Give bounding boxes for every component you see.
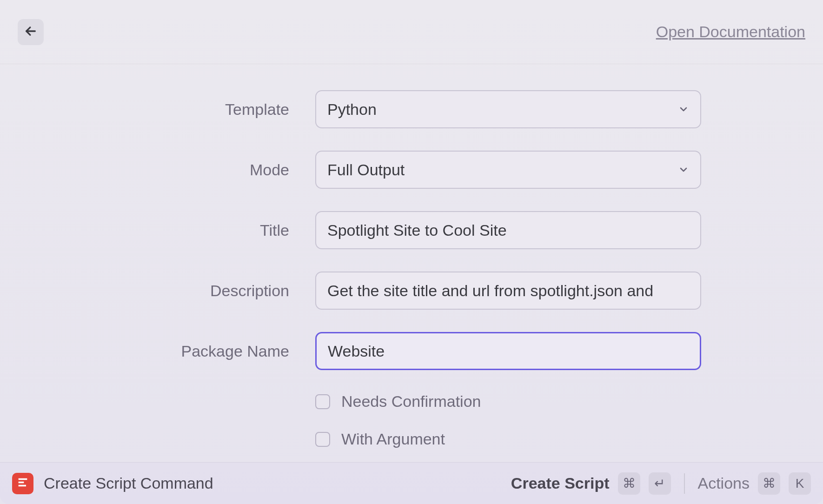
with-argument-checkbox[interactable] bbox=[315, 432, 330, 447]
template-value: Python bbox=[327, 100, 377, 119]
form: Template Python Mode Full Output Title D… bbox=[0, 64, 823, 448]
description-row: Description bbox=[122, 272, 701, 310]
checkbox-section: Needs Confirmation With Argument bbox=[122, 392, 701, 448]
description-input[interactable] bbox=[327, 272, 689, 309]
footer-title: Create Script Command bbox=[44, 474, 213, 492]
mode-select[interactable]: Full Output bbox=[315, 151, 701, 189]
footer-right: Create Script ⌘ ↵ Actions ⌘ K bbox=[511, 472, 811, 495]
header: Open Documentation bbox=[0, 0, 823, 64]
arrow-left-icon bbox=[24, 25, 37, 40]
package-name-input[interactable] bbox=[328, 333, 689, 369]
package-name-input-wrapper bbox=[315, 332, 701, 370]
template-row: Template Python bbox=[122, 90, 701, 128]
mode-value: Full Output bbox=[327, 161, 405, 179]
with-argument-row: With Argument bbox=[315, 430, 701, 448]
create-script-button[interactable]: Create Script bbox=[511, 474, 610, 492]
footer: Create Script Command Create Script ⌘ ↵ … bbox=[0, 462, 823, 504]
title-input-wrapper bbox=[315, 211, 701, 249]
mode-label: Mode bbox=[122, 161, 289, 179]
template-label: Template bbox=[122, 100, 289, 119]
title-input[interactable] bbox=[327, 212, 689, 248]
chevron-down-icon bbox=[678, 100, 689, 119]
with-argument-label: With Argument bbox=[341, 430, 445, 448]
footer-divider bbox=[684, 473, 685, 494]
app-icon bbox=[12, 473, 33, 494]
needs-confirmation-checkbox[interactable] bbox=[315, 394, 330, 409]
command-key-icon: ⌘ bbox=[758, 472, 780, 495]
mode-row: Mode Full Output bbox=[122, 151, 701, 189]
description-input-wrapper bbox=[315, 272, 701, 310]
return-key-icon: ↵ bbox=[649, 472, 671, 495]
package-name-row: Package Name bbox=[122, 332, 701, 370]
script-icon bbox=[16, 476, 29, 491]
title-row: Title bbox=[122, 211, 701, 249]
footer-left: Create Script Command bbox=[12, 473, 213, 494]
chevron-down-icon bbox=[678, 161, 689, 179]
title-label: Title bbox=[122, 221, 289, 239]
template-select[interactable]: Python bbox=[315, 90, 701, 128]
open-documentation-link[interactable]: Open Documentation bbox=[656, 23, 805, 41]
description-label: Description bbox=[122, 282, 289, 300]
command-key-icon: ⌘ bbox=[618, 472, 640, 495]
actions-button[interactable]: Actions bbox=[698, 474, 750, 492]
checkbox-group: Needs Confirmation With Argument bbox=[315, 392, 701, 448]
k-key-icon: K bbox=[789, 472, 811, 495]
package-name-label: Package Name bbox=[122, 342, 289, 360]
needs-confirmation-label: Needs Confirmation bbox=[341, 392, 481, 411]
back-button[interactable] bbox=[18, 19, 44, 45]
needs-confirmation-row: Needs Confirmation bbox=[315, 392, 701, 411]
